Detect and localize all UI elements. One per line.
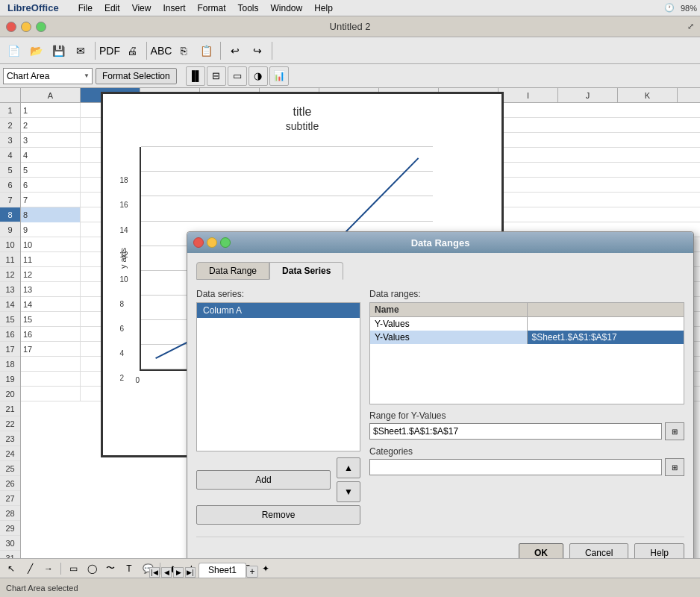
dialog-titlebar: Data Ranges bbox=[187, 232, 693, 253]
rect-tool[interactable]: ▭ bbox=[65, 561, 81, 576]
range-input-row: ⊞ bbox=[369, 422, 684, 440]
data-ranges-label: Data ranges: bbox=[369, 289, 684, 299]
remove-button[interactable]: Remove bbox=[196, 505, 360, 525]
categories-input-row: ⊞ bbox=[369, 458, 684, 476]
status-text: Chart Area selected bbox=[6, 584, 78, 593]
dialog-max-button[interactable] bbox=[220, 237, 231, 248]
tab-data-series[interactable]: Data Series bbox=[269, 262, 343, 280]
dialog-min-button[interactable] bbox=[207, 237, 217, 248]
move-up-button[interactable]: ▲ bbox=[337, 457, 360, 478]
add-button[interactable]: Add bbox=[196, 470, 331, 490]
drawing-toolbar: ↖ ╱ → ▭ ◯ 〜 T 💬 ◆ ★ ⇔ ⬡ 🗨 ✦ bbox=[0, 558, 700, 578]
line-tool[interactable]: ╱ bbox=[22, 561, 38, 576]
dialog-body: Data Range Data Series Data series: Colu… bbox=[187, 253, 693, 572]
dialog-title: Data Ranges bbox=[411, 237, 470, 249]
add-sheet-button[interactable]: + bbox=[246, 566, 258, 578]
range-for-label: Range for Y-Values bbox=[369, 410, 684, 421]
dialog-close-button[interactable] bbox=[193, 237, 204, 248]
table-cell-yvalues-name[interactable]: Y-Values bbox=[370, 331, 528, 344]
text-tool[interactable]: T bbox=[121, 561, 137, 576]
range-input[interactable] bbox=[369, 423, 662, 440]
data-ranges-table: Name Y-Values Y-Values $Sheet1.$A$1:$A$1… bbox=[369, 302, 684, 404]
arrow-tool[interactable]: → bbox=[40, 561, 57, 576]
tab-next-button[interactable]: ▶ bbox=[173, 567, 184, 578]
ellipse-tool[interactable]: ◯ bbox=[84, 561, 100, 576]
move-down-button[interactable]: ▼ bbox=[337, 481, 360, 502]
dialog-overlay: Data Ranges Data Range Data Series Data … bbox=[0, 0, 700, 597]
table-row-yvalues[interactable]: Y-Values $Sheet1.$A$1:$A$17 bbox=[370, 331, 684, 344]
table-cell-value bbox=[528, 317, 684, 331]
sheet-tab-1[interactable]: Sheet1 bbox=[199, 563, 246, 578]
dialog-left-panel: Data series: Column A Add ▲ ▼ Remove bbox=[196, 289, 360, 525]
categories-label: Categories bbox=[369, 446, 684, 457]
stars2-tool[interactable]: ✦ bbox=[257, 561, 274, 576]
data-series-list[interactable]: Column A bbox=[196, 302, 360, 451]
add-remove-row: Add ▲ ▼ bbox=[196, 457, 360, 502]
status-bar: Chart Area selected bbox=[0, 578, 700, 597]
categories-pick-button[interactable]: ⊞ bbox=[665, 458, 684, 476]
table-col-name: Name bbox=[370, 303, 528, 316]
data-series-label: Data series: bbox=[196, 289, 360, 299]
dialog-content: Data series: Column A Add ▲ ▼ Remove bbox=[196, 289, 684, 525]
data-ranges-dialog: Data Ranges Data Range Data Series Data … bbox=[187, 231, 694, 572]
table-header: Name bbox=[370, 303, 684, 317]
sheet-tab-area: |◀ ◀ ▶ ▶| Sheet1 + bbox=[149, 558, 258, 578]
table-col-value bbox=[528, 303, 684, 316]
dialog-tabs: Data Range Data Series bbox=[196, 262, 684, 280]
cursor-tool[interactable]: ↖ bbox=[3, 561, 19, 576]
draw-sep1 bbox=[60, 563, 61, 575]
tab-nav: |◀ ◀ ▶ ▶| bbox=[149, 567, 196, 578]
table-cell-yvalues-value[interactable]: $Sheet1.$A$1:$A$17 bbox=[528, 331, 684, 344]
tab-last-button[interactable]: ▶| bbox=[185, 567, 196, 578]
table-cell-name[interactable]: Y-Values bbox=[370, 317, 528, 331]
up-down-buttons: ▲ ▼ bbox=[337, 457, 360, 502]
range-pick-button[interactable]: ⊞ bbox=[665, 422, 684, 440]
dialog-right-panel: Data ranges: Name Y-Values Y-Values $S bbox=[369, 289, 684, 525]
data-series-item-0[interactable]: Column A bbox=[197, 303, 360, 318]
table-row-name[interactable]: Y-Values bbox=[370, 317, 684, 331]
categories-input[interactable] bbox=[369, 459, 662, 475]
freeform-tool[interactable]: 〜 bbox=[102, 561, 119, 576]
table-empty-area bbox=[370, 344, 684, 404]
tab-data-range[interactable]: Data Range bbox=[196, 262, 269, 280]
tab-first-button[interactable]: |◀ bbox=[149, 567, 160, 578]
tab-prev-button[interactable]: ◀ bbox=[161, 567, 172, 578]
